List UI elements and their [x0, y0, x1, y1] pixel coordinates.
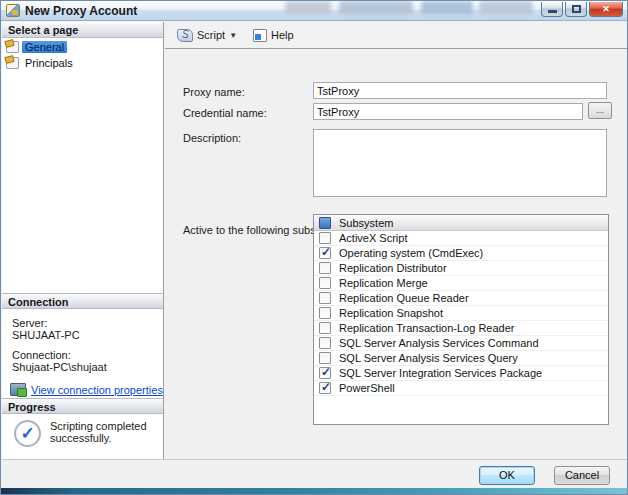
subsystem-row: Replication Queue Reader — [314, 291, 608, 306]
help-button-label: Help — [271, 29, 294, 41]
script-button-label: Script — [197, 29, 225, 41]
toolbar: Script ▼ Help — [165, 22, 627, 49]
background-window-smudge — [339, 1, 413, 14]
general-page-content: Proxy name: Credential name: ... Descrip… — [165, 50, 627, 459]
description-input[interactable] — [313, 129, 607, 197]
subsystem-label: PowerShell — [339, 382, 395, 394]
server-value: SHUJAAT-PC — [12, 329, 163, 341]
ok-button[interactable]: OK — [479, 466, 535, 485]
connection-section: Connection Server: SHUJAAT-PC Connection… — [2, 293, 163, 396]
sidebar-item-label: General — [22, 41, 67, 53]
subsystem-row: Operating system (CmdExec) — [314, 246, 608, 261]
chevron-down-icon[interactable]: ▼ — [229, 31, 237, 40]
page-icon — [6, 41, 19, 53]
subsystem-checkbox[interactable] — [319, 262, 331, 274]
script-icon — [177, 29, 193, 42]
server-label: Server: — [12, 317, 163, 329]
connection-label: Connection: — [12, 349, 163, 361]
credential-name-input[interactable] — [313, 103, 583, 120]
sidebar-item-principals[interactable]: Principals — [6, 55, 163, 70]
browse-credential-button[interactable]: ... — [588, 102, 612, 119]
background-window-smudge — [285, 1, 331, 14]
sidebar: Select a page General Principals Connect… — [2, 22, 164, 459]
background-window-smudge — [479, 1, 533, 14]
credential-name-label: Credential name: — [183, 107, 267, 119]
description-label: Description: — [183, 132, 241, 144]
subsystem-row: SQL Server Analysis Services Command — [314, 336, 608, 351]
sidebar-item-general[interactable]: General — [6, 39, 163, 54]
connection-properties-icon — [10, 383, 26, 396]
subsystem-checkbox[interactable] — [319, 352, 331, 364]
proxy-name-label: Proxy name: — [183, 86, 245, 98]
new-proxy-account-dialog: New Proxy Account ✕ Select a page Genera… — [0, 0, 628, 495]
subsystem-checkbox[interactable] — [319, 307, 331, 319]
subsystem-label: SQL Server Analysis Services Command — [339, 337, 539, 349]
subsystem-column-header: Subsystem — [339, 217, 393, 229]
help-icon — [253, 29, 267, 42]
subsystem-label: Replication Merge — [339, 277, 428, 289]
subsystem-label: Replication Distributor — [339, 262, 447, 274]
subsystem-checkbox[interactable] — [319, 367, 331, 379]
maximize-icon — [572, 5, 581, 13]
subsystem-label: ActiveX Script — [339, 232, 407, 244]
background-window-smudge — [421, 1, 473, 14]
proxy-name-input[interactable] — [313, 82, 607, 99]
subsystem-label: Replication Transaction-Log Reader — [339, 322, 515, 334]
subsystem-row: SQL Server Analysis Services Query — [314, 351, 608, 366]
dialog-icon — [6, 4, 20, 17]
subsystem-label: Replication Snapshot — [339, 307, 443, 319]
subsystem-row: ActiveX Script — [314, 231, 608, 246]
window-bottom-edge — [1, 488, 628, 495]
subsystem-list[interactable]: Subsystem ActiveX ScriptOperating system… — [313, 214, 609, 425]
progress-header: Progress — [2, 398, 163, 414]
subsystem-checkbox[interactable] — [319, 232, 331, 244]
subsystem-row: PowerShell — [314, 381, 608, 396]
maximize-button[interactable] — [565, 2, 587, 17]
subsystem-row: Replication Snapshot — [314, 306, 608, 321]
subsystem-list-header: Subsystem — [314, 215, 608, 231]
close-icon: ✕ — [602, 4, 610, 14]
success-check-icon: ✓ — [14, 420, 41, 447]
subsystem-label: Operating system (CmdExec) — [339, 247, 483, 259]
subsystem-checkbox[interactable] — [319, 382, 331, 394]
page-icon — [6, 57, 19, 69]
subsystem-label: SQL Server Analysis Services Query — [339, 352, 518, 364]
close-button[interactable]: ✕ — [589, 2, 623, 17]
subsystem-checkbox[interactable] — [319, 292, 331, 304]
footer-bar: OK Cancel — [2, 459, 627, 488]
view-connection-properties-label: View connection properties — [31, 384, 163, 396]
connection-header: Connection — [2, 293, 163, 309]
subsystem-checkbox[interactable] — [319, 277, 331, 289]
window-title: New Proxy Account — [25, 4, 137, 18]
minimize-icon — [548, 10, 557, 13]
progress-section: Progress ✓ Scripting completed successfu… — [2, 398, 163, 414]
subsystem-row: SQL Server Integration Services Package — [314, 366, 608, 381]
title-bar[interactable]: New Proxy Account ✕ — [1, 1, 627, 21]
minimize-button[interactable] — [541, 2, 563, 17]
select-a-page-header: Select a page — [2, 22, 163, 38]
subsystem-label: Replication Queue Reader — [339, 292, 469, 304]
cancel-button[interactable]: Cancel — [554, 466, 610, 485]
sidebar-item-label: Principals — [22, 57, 76, 69]
script-button[interactable]: Script ▼ — [173, 25, 249, 45]
subsystem-list-rows: ActiveX ScriptOperating system (CmdExec)… — [314, 231, 608, 396]
subsystem-checkbox[interactable] — [319, 247, 331, 259]
connection-value: Shujaat-PC\shujaat — [12, 361, 163, 373]
subsystem-checkbox[interactable] — [319, 322, 331, 334]
subsystem-row: Replication Merge — [314, 276, 608, 291]
subsystem-row: Replication Distributor — [314, 261, 608, 276]
main-pane: Script ▼ Help Proxy name: Credential nam… — [165, 22, 627, 459]
progress-status: Scripting completed successfully. — [50, 420, 150, 444]
subsystem-row: Replication Transaction-Log Reader — [314, 321, 608, 336]
select-all-checkbox[interactable] — [319, 217, 331, 229]
subsystem-checkbox[interactable] — [319, 337, 331, 349]
help-button[interactable]: Help — [249, 25, 298, 45]
view-connection-properties[interactable]: View connection properties — [10, 383, 163, 396]
subsystem-label: SQL Server Integration Services Package — [339, 367, 542, 379]
